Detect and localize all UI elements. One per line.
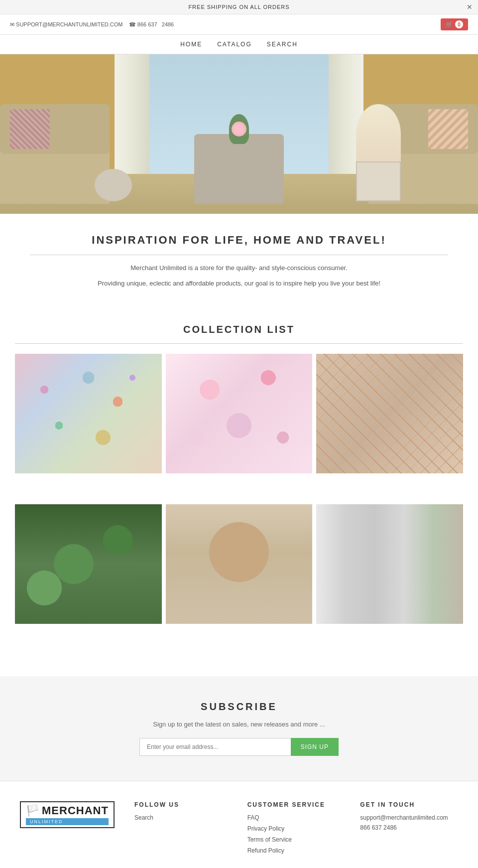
nav-home[interactable]: HOME <box>180 41 202 48</box>
cart-icon: 🛒 <box>446 21 453 28</box>
signup-button[interactable]: SIGN UP <box>291 738 339 756</box>
close-icon[interactable]: ✕ <box>467 3 473 11</box>
subscribe-form: SIGN UP <box>139 738 339 756</box>
collection-title: COLLECTION LIST <box>15 324 463 335</box>
collection-image-lifestyle <box>316 354 463 473</box>
subscribe-section: SUBSCRIBE Sign up to get the latest on s… <box>0 676 478 781</box>
collection-item-crafts[interactable] <box>15 354 162 501</box>
footer-link-terms[interactable]: Terms of Service <box>247 836 346 843</box>
collection-image-beauty <box>166 354 313 473</box>
inspiration-body2: Providing unique, eclectic and affordabl… <box>30 279 448 289</box>
footer-follow-us: FOLLOW US Search <box>134 801 233 858</box>
footer-link-search[interactable]: Search <box>134 814 233 821</box>
nav-catalog[interactable]: CATALOG <box>217 41 252 48</box>
collection-item-lifestyle[interactable] <box>316 354 463 501</box>
collection-item-office[interactable] <box>316 504 463 651</box>
collection-image-crafts <box>15 354 162 473</box>
inspiration-body1: Merchant Unlimited is a store for the qu… <box>30 263 448 274</box>
header-email: ✉ SUPPORT@MERCHANTUNLIMITED.COM <box>10 21 123 27</box>
hero-lamp <box>356 104 401 164</box>
hero-right-chair-pillow <box>428 109 468 149</box>
nav-search[interactable]: SEARCH <box>267 41 298 48</box>
header-phone: ☎ 866 637 <box>129 21 157 27</box>
announcement-bar: FREE SHIPPING ON ALL ORDERS ✕ <box>0 0 478 14</box>
collection-image-office <box>316 504 463 624</box>
collection-item-garden[interactable] <box>15 504 162 651</box>
cart-button[interactable]: 🛒 0 <box>441 18 468 30</box>
footer-phone: 866 637 2486 <box>360 824 458 831</box>
footer-link-faq[interactable]: FAQ <box>247 814 346 821</box>
inspiration-divider <box>30 255 448 255</box>
footer-main: 🏳️ MERCHANT UNLIMITED FOLLOW US Search C… <box>20 801 458 868</box>
hero-left-side-table <box>95 169 132 201</box>
logo-brand-text: MERCHANT <box>42 804 109 817</box>
collection-divider <box>15 343 463 344</box>
hero-right-side-table <box>356 161 401 201</box>
hero-center-table <box>194 134 284 204</box>
logo-merchant: 🏳️ MERCHANT <box>26 804 109 817</box>
hero-left-chair-pillow <box>10 109 50 149</box>
header-location: 2486 <box>162 21 174 27</box>
main-nav: HOME CATALOG SEARCH <box>0 35 478 54</box>
subscribe-body: Sign up to get the latest on sales, new … <box>30 721 448 728</box>
hero-flowers <box>232 122 246 137</box>
footer-logo: 🏳️ MERCHANT UNLIMITED <box>20 801 120 858</box>
hero-image <box>0 54 478 214</box>
logo-flag-icon: 🏳️ <box>26 804 40 817</box>
get-in-touch-title: GET IN TOUCH <box>360 801 458 808</box>
collection-section: COLLECTION LIST <box>0 309 478 661</box>
footer-get-in-touch: GET IN TOUCH support@merchantunlimited.c… <box>360 801 458 858</box>
header-contact: ✉ SUPPORT@MERCHANTUNLIMITED.COM ☎ 866 63… <box>10 21 174 28</box>
collection-item-pets[interactable] <box>166 504 313 651</box>
email-input[interactable] <box>139 738 291 756</box>
inspiration-section: INSPIRATION FOR LIFE, HOME AND TRAVEL! M… <box>0 214 478 309</box>
footer-link-privacy[interactable]: Privacy Policy <box>247 825 346 832</box>
footer: 🏳️ MERCHANT UNLIMITED FOLLOW US Search C… <box>0 781 478 868</box>
header: ✉ SUPPORT@MERCHANTUNLIMITED.COM ☎ 866 63… <box>0 14 478 35</box>
follow-us-title: FOLLOW US <box>134 801 233 808</box>
customer-service-title: CUSTOMER SERVICE <box>247 801 346 808</box>
collection-image-pets <box>166 504 313 624</box>
footer-email: support@merchantunlimited.com <box>360 814 458 821</box>
collection-grid <box>15 354 463 651</box>
footer-link-refund[interactable]: Refund Policy <box>247 847 346 854</box>
collection-image-garden <box>15 504 162 624</box>
collection-item-beauty[interactable] <box>166 354 313 501</box>
cart-count: 0 <box>455 20 463 28</box>
announcement-text: FREE SHIPPING ON ALL ORDERS <box>188 4 289 10</box>
inspiration-title: INSPIRATION FOR LIFE, HOME AND TRAVEL! <box>30 234 448 247</box>
footer-customer-service: CUSTOMER SERVICE FAQ Privacy Policy Term… <box>247 801 346 858</box>
logo-box: 🏳️ MERCHANT UNLIMITED <box>20 801 115 828</box>
logo-unlimited-text: UNLIMITED <box>26 818 109 825</box>
subscribe-title: SUBSCRIBE <box>30 701 448 713</box>
